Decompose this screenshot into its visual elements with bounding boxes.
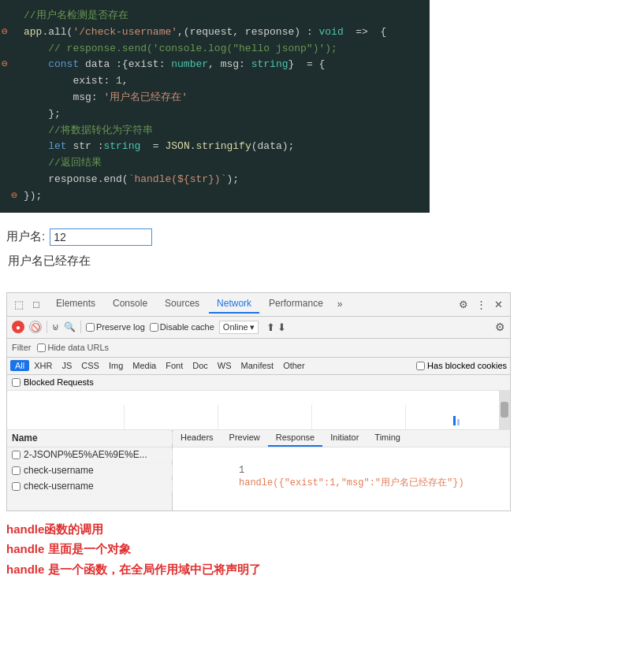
code-line-comment3: //将数据转化为字符串 [0, 123, 430, 139]
code-line-response-end: response.end(`handle(${str})`); [0, 172, 430, 188]
type-btn-other[interactable]: Other [278, 360, 310, 371]
type-btn-img[interactable]: Img [104, 360, 128, 371]
timeline-scrollthumb [501, 402, 508, 418]
disable-cache-group: Disable cache [150, 322, 214, 332]
subtab-headers[interactable]: Headers [173, 430, 221, 447]
row-3-checkbox[interactable] [12, 482, 20, 491]
type-btn-all[interactable]: All [10, 360, 29, 371]
tab-more[interactable]: » [333, 295, 348, 313]
clear-button[interactable]: 🚫 [29, 321, 42, 333]
username-input-row: 用户名: [6, 228, 638, 246]
row-name-3: check-username [7, 481, 173, 492]
devtools-tabs: Elements Console Sources Network Perform… [48, 295, 456, 314]
devtools-timeline: 10000 ms 20000 ms 30000 ms 40000 ms 5000… [7, 391, 510, 430]
annotation-line-2: handle 里面是一个对象 [6, 539, 638, 559]
hide-data-urls-checkbox[interactable] [37, 343, 46, 352]
code-line-comment4: //返回结果 [0, 155, 430, 172]
has-blocked-cookies-label: Has blocked cookies [427, 361, 507, 370]
tab-network[interactable]: Network [209, 295, 259, 314]
toolbar-settings-icon[interactable]: ⚙ [495, 321, 505, 333]
devtools-panel: ⬚ □ Elements Console Sources Network Per… [6, 292, 511, 511]
online-label: Online [223, 322, 248, 332]
row-name-1: 2-JSONP%E5%AE%9E%E... [7, 449, 173, 460]
close-icon[interactable]: ✕ [491, 297, 505, 311]
cursor-icon[interactable]: ⬚ [12, 297, 26, 311]
code-line-comment2: // response.send('console.log("hello jso… [0, 41, 430, 58]
tab-elements[interactable]: Elements [48, 295, 103, 314]
username-section: 用户名: 用户名已经存在 [0, 213, 644, 277]
online-arrow: ▾ [250, 322, 255, 332]
code-line-exist: exist: 1, [0, 73, 430, 90]
toolbar-separator-1 [47, 321, 47, 333]
download-arrow-icon[interactable]: ⬇ [277, 321, 286, 333]
timeline-scrollbar[interactable] [499, 391, 510, 429]
filter-icon[interactable]: ⊍ [52, 321, 59, 332]
code-line-let-str: let str :string = JSON.stringify(data); [0, 139, 430, 155]
devtools-types-row: All XHR JS CSS Img Media Font Doc WS Man… [7, 358, 510, 375]
type-btn-doc[interactable]: Doc [188, 360, 213, 371]
search-icon[interactable]: 🔍 [64, 321, 76, 332]
preserve-log-label: Preserve log [96, 322, 145, 332]
record-button[interactable]: ● [12, 321, 24, 333]
type-btn-css[interactable]: CSS [76, 360, 104, 371]
type-btn-ws[interactable]: WS [213, 360, 236, 371]
response-subtabs: Headers Preview Response Initiator Timin… [173, 430, 510, 447]
timeline-bar-blue [453, 416, 456, 425]
table-row-2[interactable]: check-username [7, 463, 172, 479]
subtab-timing[interactable]: Timing [367, 430, 408, 447]
devtools-titlebar: ⬚ □ Elements Console Sources Network Per… [7, 293, 510, 317]
devtools-main-area: Name 2-JSONP%E5%AE%9E%E... check-usernam… [7, 430, 510, 510]
toolbar-separator-2 [80, 321, 81, 333]
subtab-initiator[interactable]: Initiator [322, 430, 367, 447]
has-blocked-cookies-group: Has blocked cookies [416, 361, 507, 370]
annotation-line-3: handle 是一个函数，在全局作用域中已将声明了 [6, 559, 638, 580]
tab-console[interactable]: Console [105, 295, 155, 314]
username-input[interactable] [50, 228, 152, 246]
upload-arrow-icon[interactable]: ⬆ [266, 321, 275, 333]
response-line-num: 1 [239, 465, 244, 476]
hide-data-urls-label: Hide data URLs [47, 343, 109, 352]
disable-cache-checkbox[interactable] [150, 323, 158, 332]
code-line-msg: msg: '用户名已经存在' [0, 90, 430, 106]
blocked-requests-checkbox[interactable] [12, 378, 20, 387]
devtools-title-icons: ⬚ □ [12, 297, 43, 311]
devtools-title-actions: ⚙ ⋮ ✕ [456, 297, 505, 311]
tab-sources[interactable]: Sources [157, 295, 207, 314]
subtab-preview[interactable]: Preview [221, 430, 268, 447]
type-btn-media[interactable]: Media [128, 360, 161, 371]
response-text: handle({"exist":1,"msg":"用户名已经存在"}) [239, 477, 464, 488]
table-row-3[interactable]: check-username [7, 479, 172, 495]
row-2-checkbox[interactable] [12, 466, 20, 475]
code-block: //用户名检测是否存在 ⊖ app.all('/check-username',… [0, 0, 430, 213]
tab-performance[interactable]: Performance [261, 295, 331, 314]
table-col-headers: Name [7, 430, 172, 447]
settings-icon[interactable]: ⚙ [456, 297, 471, 311]
username-result: 用户名已经存在 [6, 254, 638, 269]
devtools-filter-row: Filter Hide data URLs [7, 339, 510, 358]
hide-data-urls-group: Hide data URLs [37, 343, 109, 352]
response-line-1: 1 handle({"exist":1,"msg":"用户名已经存在"}) [182, 454, 501, 500]
type-btn-js[interactable]: JS [57, 360, 76, 371]
has-blocked-cookies-checkbox[interactable] [416, 362, 425, 370]
row-name-2: check-username [7, 465, 173, 476]
response-panel: Headers Preview Response Initiator Timin… [173, 430, 510, 510]
username-label: 用户名: [6, 229, 45, 244]
device-icon[interactable]: □ [29, 297, 43, 311]
more-options-icon[interactable]: ⋮ [474, 297, 488, 311]
code-line-app-all: ⊖ app.all('/check-username',(request, re… [0, 24, 430, 41]
code-line-comment1: //用户名检测是否存在 [0, 8, 430, 24]
code-line-close-obj: }; [0, 106, 430, 123]
devtools-toolbar: ● 🚫 ⊍ 🔍 Preserve log Disable cache Onlin… [7, 317, 510, 339]
type-btn-manifest[interactable]: Manifest [236, 360, 279, 371]
subtab-response[interactable]: Response [268, 430, 323, 447]
online-dropdown[interactable]: Online ▾ [219, 321, 259, 334]
preserve-log-checkbox[interactable] [86, 323, 95, 332]
blocked-requests-label: Blocked Requests [24, 377, 94, 387]
type-btn-xhr[interactable]: XHR [29, 360, 57, 371]
table-row-1[interactable]: 2-JSONP%E5%AE%9E%E... [7, 447, 172, 463]
code-line-close-fn: ⊖ }); [0, 188, 430, 205]
timeline-bar-lightblue [457, 419, 460, 425]
row-1-checkbox[interactable] [12, 451, 20, 459]
disable-cache-label: Disable cache [160, 322, 214, 332]
type-btn-font[interactable]: Font [161, 360, 188, 371]
